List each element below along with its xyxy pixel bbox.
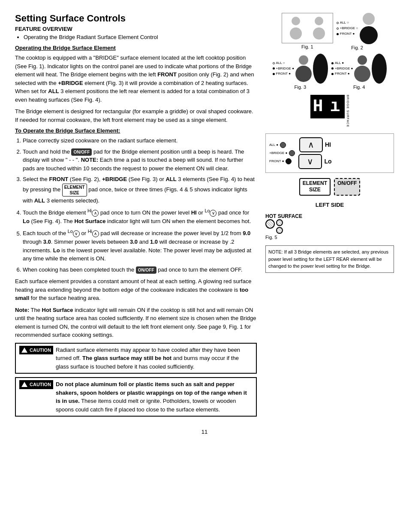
fig2-front-dot [337,33,339,35]
note-bridge-box: NOTE: If all 3 Bridge elements are selec… [265,245,394,273]
note-bridge-text: NOTE: If all 3 Bridge elements are selec… [268,249,388,269]
hi-display-container: H ı BRIDGE SURFACE [265,95,394,127]
up-arrow-btn[interactable]: ∧ [299,137,323,152]
hi-label: HI [325,141,331,148]
hot-circles-small-group [276,219,283,234]
front-label: FRONT ● [269,159,284,163]
burner-tr [315,17,323,25]
fig3-sm-circle [299,55,308,65]
hot-circle-small-1 [276,219,283,226]
fig2-front-row: FRONT ● [337,31,358,37]
main-title: Setting Surface Controls [15,13,257,24]
page-number: 11 [15,429,394,435]
step-3: Select the FRONT (See Fig. 2), +BRIDGE (… [23,175,257,205]
step-6: When cooking has been completed touch th… [23,266,257,274]
fig2-big-circle [360,26,378,44]
bridge-indicator-row: +BRIDGE ● [269,150,295,156]
page-container: Setting Surface Controls FEATURE OVERVIE… [15,13,394,435]
front-indicator-row: FRONT ● [269,158,295,164]
fig3-med-circle [295,66,312,82]
step-2: Touch and hold the ON/OFF pad for the Br… [23,148,257,173]
fig1-burners [284,15,331,41]
up-arrow2: ∧ [92,230,99,237]
element-size-btn[interactable]: ELEMENTSIZE [299,178,331,196]
caution-label-1: CAUTION [19,346,53,355]
down-arrow-btn[interactable]: ∨ [298,154,322,169]
all-label: ALL ● [269,143,278,147]
caution-triangle-1 [21,348,27,353]
fig1-container: Fig. 1 [282,13,333,50]
fig1-box [282,13,333,43]
hot-surface-section: HOT SURFACE Fig. 5 [265,213,394,240]
hot-circle-small-2 [276,227,283,234]
hot-surface-label: HOT SURFACE [265,213,394,219]
caution-text-2: Do not place aluminum foil or plastic it… [56,380,253,414]
element-size-inline-btn: ELEMENTSIZE [62,184,87,196]
hi-arrow-row: ∧ HI [299,137,331,152]
hot-surface-indicator [265,219,394,234]
on-off-inline-btn: ON/OFF [71,148,92,156]
operating-paragraph1: The cooktop is equipped with a "BRIDGE" … [15,54,257,104]
fig-row-3-4: ALL ○ +BRIDGE ● FRONT ● Fig. 3 [265,54,394,90]
feature-list-item: Operating the Bridge Radiant Surface Ele… [24,34,257,40]
bridge-dot-ctrl [289,150,295,156]
caution-triangle-2 [21,382,27,387]
operating-heading: Operating the Bridge Surface Element [15,45,257,51]
fig4-indicators: ALL ● +BRIDGE ● FRONT ● [331,60,353,77]
fig2-all-dot [337,22,339,24]
down-arrow2: ∨ [73,230,80,237]
fig-row-1-2: Fig. 1 ALL ○ +BRIDGE ○ [265,13,394,50]
control-panel: ALL ● +BRIDGE ● FRONT ● ∧ [265,133,394,173]
all-indicator-row: ALL ● [269,142,295,148]
note-hot-surface: Note: The Hot Surface indicator light wi… [15,306,257,339]
big-btn-row: ELEMENTSIZE ON/OFF [265,178,394,196]
fig3-indicators: ALL ○ +BRIDGE ● FRONT ● [273,60,294,77]
front-dot-ctrl [286,158,292,164]
right-column: Fig. 1 ALL ○ +BRIDGE ○ [265,13,394,420]
fig2-indicators: ALL ○ +BRIDGE ○ FRONT ● [337,20,358,36]
operating-paragraph2: The Bridge element is designed for recta… [15,107,257,124]
on-off-btn[interactable]: ON/OFF [334,178,360,196]
caution-text-1: Radiant surface elements may appear to h… [56,346,253,371]
caution-box-2: CAUTION Do not place aluminum foil or pl… [15,377,257,417]
caution-label-2: CAUTION [19,380,53,389]
hot-circle-group [265,219,283,234]
hi-superscript: Hi [87,208,92,213]
vertical-label: BRIDGE SURFACE [346,95,349,127]
fig4-container: ALL ● +BRIDGE ● FRONT ● Fig. 4 [331,54,387,90]
step-5: Each touch of the Lo∨ or Hi∧ pad will de… [23,228,257,263]
lo-arrow-row: ∨ Lo [298,154,331,169]
up-arrow-inline: ∧ [92,210,99,217]
fig4-sm-circle [358,55,367,65]
hi-sup2: Hi [88,229,92,234]
fig2-container: ALL ○ +BRIDGE ○ FRONT ● [337,13,378,50]
feature-overview-heading: FEATURE OVERVIEW [15,26,257,32]
burner-bl [290,27,302,39]
steps-list: Place correctly sized cookware on the ra… [23,136,257,274]
lo-sup2: Lo [68,229,73,234]
fig4-med-circle [354,66,370,82]
burner-tl [292,17,300,25]
left-side-container: LEFT SIDE [265,202,394,208]
lo-label: Lo [324,158,331,165]
fig2-top-circle [363,13,375,25]
fig3-container: ALL ○ +BRIDGE ● FRONT ● Fig. 3 [273,54,328,90]
fig2-label: Fig. 2 [337,45,378,50]
all-dot-ctrl [280,142,286,148]
indicator-section: ALL ● +BRIDGE ● FRONT ● [269,142,295,164]
hi-display: H ı [310,95,345,118]
lo-superscript: Lo [204,208,210,213]
fig3-big-circle [313,54,328,84]
left-side-label: LEFT SIDE [265,202,394,208]
fig2-front-label: FRONT ● [340,31,355,37]
fig3-label: Fig. 3 [273,85,328,90]
left-column: Setting Surface Controls FEATURE OVERVIE… [15,13,257,420]
fig5-label: Fig. 5 [265,235,394,240]
fig2-bridge-dot [337,27,339,30]
fig2-all-label: ALL ○ [340,20,349,26]
bridge-label: +BRIDGE ● [269,151,287,155]
step-4: Touch the Bridge element Hi∧ pad once to… [23,207,257,225]
on-off-inline-btn2: ON/OFF [136,266,156,274]
arrow-section: ∧ HI ∨ Lo [298,137,331,169]
fig2-all-row: ALL ○ [337,20,358,26]
